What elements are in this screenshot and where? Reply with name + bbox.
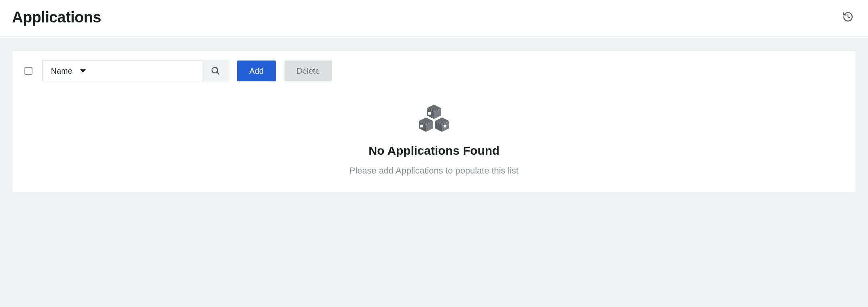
svg-line-1	[217, 72, 219, 74]
toolbar: Name Add Delete	[22, 61, 846, 81]
applications-panel: Name Add Delete	[12, 50, 856, 192]
svg-rect-9	[420, 125, 423, 127]
page-header: Applications	[0, 0, 868, 37]
boxes-icon	[417, 104, 451, 135]
search-input[interactable]	[94, 61, 202, 81]
filter-field-label: Name	[51, 67, 72, 76]
svg-rect-13	[444, 125, 446, 127]
empty-state: No Applications Found Please add Applica…	[22, 81, 846, 176]
search-button[interactable]	[202, 61, 228, 81]
empty-state-title: No Applications Found	[22, 144, 846, 158]
history-icon	[842, 11, 854, 24]
search-group: Name	[42, 61, 228, 81]
select-all-wrap	[22, 66, 34, 76]
search-icon	[210, 66, 220, 77]
add-button[interactable]: Add	[237, 61, 276, 81]
filter-field-select[interactable]: Name	[42, 61, 94, 81]
history-button[interactable]	[840, 9, 856, 26]
select-all-checkbox[interactable]	[24, 67, 32, 75]
caret-down-icon	[80, 69, 86, 73]
empty-state-subtitle: Please add Applications to populate this…	[22, 166, 846, 176]
content-area: Name Add Delete	[0, 37, 868, 202]
svg-rect-5	[428, 112, 431, 115]
page-title: Applications	[12, 9, 101, 26]
delete-button[interactable]: Delete	[285, 61, 332, 81]
